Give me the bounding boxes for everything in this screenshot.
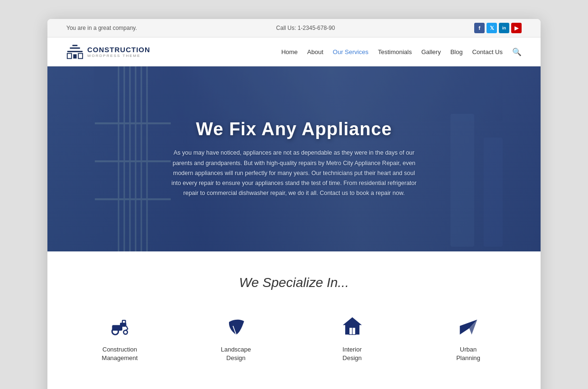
logo[interactable]: CONSTRUCTION WORDPRESS THEME — [66, 43, 150, 60]
company-tagline: You are in a great company. — [66, 25, 137, 31]
nav-blog[interactable]: Blog — [450, 48, 463, 56]
service-label-landscape: LandscapeDesign — [221, 345, 251, 362]
hero-title: We Fix Any Appliance — [171, 119, 417, 139]
hero-content: We Fix Any Appliance As you may have not… — [161, 119, 427, 198]
search-icon[interactable]: 🔍 — [512, 47, 522, 56]
svg-line-22 — [126, 326, 128, 329]
service-lorem-1: Lorem — [66, 386, 173, 389]
service-label-interior: InteriorDesign — [342, 345, 361, 362]
nav-home[interactable]: Home — [281, 48, 298, 56]
nav-testimonials[interactable]: Testimonials — [378, 48, 412, 56]
send-icon — [457, 314, 480, 338]
svg-point-18 — [123, 330, 127, 334]
service-construction-management: ConstructionManagement — [66, 309, 173, 367]
nav-our-services[interactable]: Our Services — [333, 48, 368, 56]
logo-subtitle: WORDPRESS THEME — [87, 54, 150, 58]
tractor-icon — [108, 314, 132, 338]
service-urban-planning: UrbanPlanning — [415, 309, 522, 367]
twitter-icon[interactable]: 𝕏 — [487, 23, 497, 33]
svg-rect-16 — [484, 138, 503, 247]
specialize-section: We Specialize In... ConstructionManageme… — [47, 251, 541, 389]
service-landscape-design: LandscapeDesign — [183, 309, 289, 367]
youtube-icon[interactable]: ▶ — [511, 23, 522, 33]
service-praesent: Praesent — [299, 386, 405, 389]
leaf-icon — [224, 314, 248, 338]
svg-rect-15 — [450, 114, 474, 247]
house-icon — [340, 314, 364, 338]
hero-section: We Fix Any Appliance As you may have not… — [47, 66, 541, 251]
specialize-title: We Specialize In... — [66, 275, 522, 290]
nav-bar: CONSTRUCTION WORDPRESS THEME Home About … — [47, 37, 541, 66]
nav-links: Home About Our Services Testimonials Gal… — [281, 47, 522, 56]
services-grid-row2: Lorem Nunc — [66, 386, 522, 389]
svg-rect-2 — [73, 45, 78, 46]
svg-marker-29 — [459, 320, 477, 335]
services-grid-row1: ConstructionManagement LandscapeDesign — [66, 309, 522, 367]
svg-rect-4 — [78, 54, 83, 59]
service-nunc: Nunc — [183, 386, 289, 389]
phone-number: Call Us: 1-2345-678-90 — [276, 25, 335, 31]
hero-description: As you may have noticed, appliances are … — [171, 148, 417, 198]
nav-about[interactable]: About — [307, 48, 323, 56]
svg-rect-3 — [67, 54, 72, 59]
linkedin-icon[interactable]: in — [499, 23, 509, 33]
service-lorem-2: Lorem — [415, 386, 522, 389]
service-interior-design: InteriorDesign — [299, 309, 405, 367]
svg-rect-21 — [122, 320, 126, 324]
svg-rect-0 — [67, 51, 83, 52]
logo-icon — [66, 43, 83, 60]
service-label-urban: UrbanPlanning — [456, 345, 480, 362]
browser-window: You are in a great company. Call Us: 1-2… — [47, 19, 541, 389]
nav-gallery[interactable]: Gallery — [421, 48, 441, 56]
nav-contact[interactable]: Contact Us — [472, 48, 503, 56]
svg-rect-5 — [73, 54, 76, 58]
service-label-construction: ConstructionManagement — [102, 345, 138, 362]
social-links: f 𝕏 in ▶ — [474, 23, 522, 33]
top-bar: You are in a great company. Call Us: 1-2… — [47, 19, 541, 37]
svg-rect-1 — [70, 47, 80, 49]
facebook-icon[interactable]: f — [474, 23, 485, 33]
svg-line-23 — [125, 329, 128, 331]
logo-text: CONSTRUCTION WORDPRESS THEME — [87, 46, 150, 58]
logo-name: CONSTRUCTION — [87, 46, 150, 54]
